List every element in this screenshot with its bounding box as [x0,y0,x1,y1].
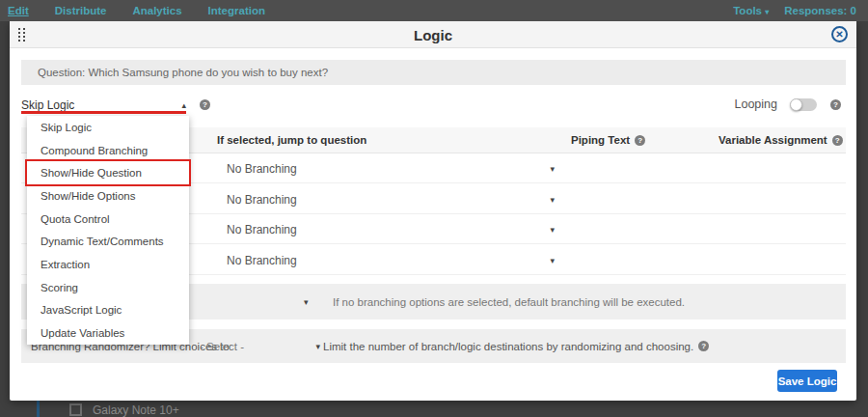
nav-left: Edit Distribute Analytics Integration [8,5,291,16]
randomizer-note: Limit the number of branch/logic destina… [323,341,709,352]
logic-modal: Logic ✕ Question: Which Samsung phone do… [10,21,856,401]
jump-value: No Branching [227,193,297,207]
chevron-down-icon: ▾ [550,164,555,174]
column-variable-assignment: Variable Assignment ? [719,134,843,146]
dropdown-item-quota-control[interactable]: Quota Control [27,208,189,231]
nav-edit[interactable]: Edit [8,5,29,16]
jump-to-question-select[interactable]: No Branching ▾ [227,184,555,214]
responses-count[interactable]: Responses: 0 [784,5,856,16]
annotation-underline [21,111,186,114]
chevron-up-icon: ▴ [181,100,186,110]
column-jump-to-question: If selected, jump to question [217,134,366,146]
dropdown-item-compound-branching[interactable]: Compound Branching [27,139,189,162]
dropdown-item-update-variables[interactable]: Update Variables [27,321,189,345]
logic-type-dropdown: Skip Logic Compound Branching Show/Hide … [27,116,189,345]
top-navigation: Edit Distribute Analytics Integration To… [0,0,868,21]
toggle-knob [790,98,802,111]
nav-analytics[interactable]: Analytics [132,5,181,16]
column-piping-text: Piping Text ? [571,134,645,146]
column-label: Variable Assignment [719,134,827,146]
option-label: Galaxy Note 10+ [93,403,179,417]
jump-value: No Branching [227,254,297,267]
dropdown-item-skip-logic[interactable]: Skip Logic [27,116,189,139]
tools-label: Tools [733,5,762,16]
looping-label: Looping [735,97,778,111]
chevron-down-icon: ▾ [550,225,555,235]
randomizer-select[interactable]: - Select - ▾ [200,341,320,352]
help-icon[interactable]: ? [830,99,841,110]
chevron-down-icon[interactable]: ▾ [304,297,309,307]
dropdown-item-javascript-logic[interactable]: JavaScript Logic [27,299,189,322]
nav-distribute[interactable]: Distribute [55,5,107,16]
jump-value: No Branching [227,162,297,176]
jump-to-question-select[interactable]: No Branching ▾ [227,245,555,275]
chevron-down-icon: ▾ [550,256,555,265]
close-icon[interactable]: ✕ [831,26,848,42]
looping-control: Looping ? [735,97,842,111]
jump-to-question-select[interactable]: No Branching ▾ [227,214,555,244]
help-icon[interactable]: ? [635,135,645,146]
randomizer-note-text: Limit the number of branch/logic destina… [323,341,693,352]
tools-menu[interactable]: Tools ▾ [733,5,769,16]
chevron-down-icon: ▾ [315,342,320,351]
help-icon[interactable]: ? [200,99,210,110]
modal-title: Logic [10,27,856,43]
option-checkbox [69,403,82,416]
nav-right: Tools ▾ Responses: 0 [718,5,856,16]
default-branching-note: If no branching options are selected, de… [333,296,685,308]
dropdown-item-show-hide-question[interactable]: Show/Hide Question [27,161,189,184]
dropdown-item-extraction[interactable]: Extraction [27,253,189,276]
help-icon[interactable]: ? [698,341,709,351]
randomizer-select-value: - Select - [200,341,244,352]
logic-type-value: Skip Logic [21,98,74,112]
looping-toggle[interactable] [791,98,817,111]
help-icon[interactable]: ? [832,135,843,146]
column-label: If selected, jump to question [217,134,366,146]
question-bar: Question: Which Samsung phone do you wis… [21,60,846,85]
chevron-down-icon: ▾ [550,195,555,205]
modal-header: Logic ✕ [10,21,856,48]
dimmed-background: Galaxy Note 10+ [0,401,868,417]
nav-integration[interactable]: Integration [208,5,265,16]
dropdown-item-scoring[interactable]: Scoring [27,276,189,299]
jump-to-question-select[interactable]: No Branching ▾ [227,153,555,183]
dropdown-item-dynamic-text-comments[interactable]: Dynamic Text/Comments [27,231,189,254]
question-highlight-bar [37,401,40,417]
dropdown-item-show-hide-options[interactable]: Show/Hide Options [27,184,189,208]
column-label: Piping Text [571,134,630,146]
jump-value: No Branching [227,223,297,236]
save-logic-button[interactable]: Save Logic [777,370,837,392]
chevron-down-icon: ▾ [765,8,769,16]
question-text: Question: Which Samsung phone do you wis… [38,67,328,78]
